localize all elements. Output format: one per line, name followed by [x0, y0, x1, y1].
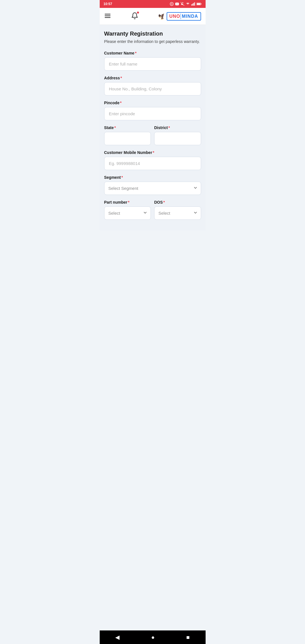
customer-name-label: Customer Name* — [104, 51, 201, 55]
page-title: Warranty Registration — [104, 31, 201, 37]
customer-name-group: Customer Name* — [104, 51, 201, 71]
main-content: Warranty Registration Please enter the i… — [100, 25, 206, 230]
address-group: Address* — [104, 76, 201, 95]
required-marker: * — [114, 125, 116, 130]
page-subtitle: Please enter the information to get pape… — [104, 39, 201, 45]
part-number-label: Part number* — [104, 200, 151, 204]
address-input[interactable] — [104, 82, 201, 95]
notification-badge — [137, 11, 139, 14]
part-number-select-wrapper: Select — [104, 206, 151, 220]
segment-select[interactable]: Select Segment — [104, 182, 201, 195]
state-label: State* — [104, 125, 151, 130]
pincode-label: Pincode* — [104, 101, 201, 105]
customer-name-input[interactable] — [104, 57, 201, 71]
svg-rect-8 — [201, 4, 201, 5]
logo-uno-text: UNO — [169, 14, 180, 19]
youtube-icon — [175, 2, 179, 6]
notification-bell-button[interactable] — [131, 12, 138, 21]
hamburger-menu-button[interactable] — [104, 12, 111, 20]
status-icons — [170, 2, 202, 6]
required-marker: * — [128, 200, 129, 204]
state-input[interactable] — [104, 132, 151, 145]
mobile-number-input[interactable] — [104, 157, 201, 170]
logo-bird-icon: 🦅 — [157, 12, 166, 21]
segment-label: Segment* — [104, 175, 201, 180]
segment-group: Segment* Select Segment — [104, 175, 201, 195]
svg-rect-5 — [194, 2, 195, 6]
required-marker: * — [153, 150, 154, 155]
dos-label: DOS* — [154, 200, 201, 204]
logo-badge: UNO MINDA — [167, 12, 201, 21]
notifications-off-icon — [180, 2, 184, 6]
pincode-group: Pincode* — [104, 101, 201, 120]
required-marker: * — [121, 76, 122, 80]
part-number-group: Part number* Select — [104, 200, 151, 220]
required-marker: * — [121, 175, 123, 180]
settings-icon — [170, 2, 174, 6]
part-dos-row: Part number* Select DOS* Select — [104, 200, 201, 225]
pincode-input[interactable] — [104, 107, 201, 120]
signal-icon — [191, 2, 195, 6]
address-label: Address* — [104, 76, 201, 80]
district-group: District* — [154, 125, 201, 145]
status-bar: 10:57 — [100, 0, 206, 8]
required-marker: * — [120, 101, 121, 105]
top-navigation: 🦅 UNO MINDA — [100, 8, 206, 25]
required-marker: * — [163, 200, 165, 204]
dos-select-wrapper: Select — [154, 206, 201, 220]
battery-icon — [197, 3, 202, 5]
svg-rect-2 — [191, 4, 192, 6]
logo-minda-text: MINDA — [182, 14, 198, 19]
time-label: 10:57 — [104, 2, 112, 6]
state-group: State* — [104, 125, 151, 145]
wifi-icon — [186, 2, 190, 6]
district-input[interactable] — [154, 132, 201, 145]
segment-select-wrapper: Select Segment — [104, 182, 201, 195]
logo-divider — [180, 14, 181, 19]
svg-rect-12 — [181, 14, 181, 19]
svg-rect-7 — [197, 3, 200, 5]
state-district-row: State* District* — [104, 125, 201, 150]
mobile-number-group: Customer Mobile Number* — [104, 150, 201, 170]
district-label: District* — [154, 125, 201, 130]
status-time: 10:57 — [104, 2, 112, 6]
dos-select[interactable]: Select — [154, 206, 201, 220]
svg-rect-4 — [193, 3, 194, 6]
part-number-select[interactable]: Select — [104, 206, 151, 220]
dos-group: DOS* Select — [154, 200, 201, 220]
required-marker: * — [168, 125, 170, 130]
brand-logo: 🦅 UNO MINDA — [158, 12, 201, 21]
required-marker: * — [135, 51, 136, 55]
svg-rect-3 — [192, 4, 193, 6]
mobile-number-label: Customer Mobile Number* — [104, 150, 201, 155]
